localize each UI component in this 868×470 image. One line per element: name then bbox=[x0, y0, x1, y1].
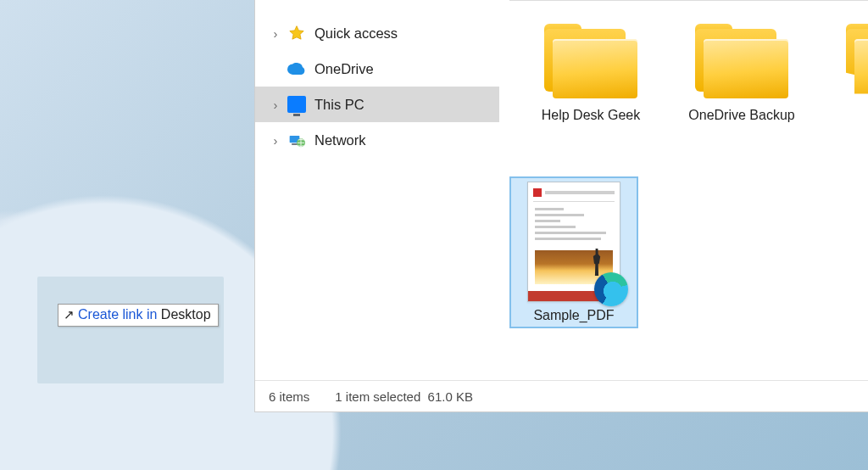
folder-icon bbox=[692, 24, 792, 102]
folder-icon bbox=[541, 24, 641, 102]
nav-network[interactable]: › Network bbox=[255, 122, 499, 158]
svg-rect-2 bbox=[292, 143, 298, 145]
shortcut-arrow-icon: ↗ bbox=[64, 307, 75, 322]
item-label: Help Desk Geek bbox=[520, 107, 662, 123]
edge-icon bbox=[594, 272, 628, 306]
nav-this-pc[interactable]: › This PC bbox=[255, 87, 499, 122]
drag-tip-target: Desktop bbox=[161, 307, 211, 322]
nav-onedrive[interactable]: › OneDrive bbox=[255, 51, 499, 87]
item-label: Sample_PDF bbox=[515, 307, 633, 323]
chevron-right-icon[interactable]: › bbox=[270, 98, 281, 112]
desktop-drop-highlight bbox=[37, 277, 224, 383]
folder-icon bbox=[843, 24, 868, 102]
nav-quick-access[interactable]: › Quick access bbox=[255, 15, 499, 51]
file-explorer-window: › Quick access › OneDrive › This PC › bbox=[254, 0, 868, 412]
drag-tip-action: Create link in bbox=[78, 307, 161, 322]
nav-label: Quick access bbox=[314, 25, 398, 42]
status-size: 61.0 KB bbox=[428, 389, 473, 404]
status-selection: 1 item selected bbox=[335, 389, 420, 404]
status-bar: 6 items 1 item selected 61.0 KB bbox=[255, 380, 868, 411]
cloud-icon bbox=[287, 59, 306, 78]
folder-item[interactable]: Help Desk Geek bbox=[520, 24, 662, 123]
monitor-icon bbox=[287, 95, 306, 114]
file-item-selected[interactable]: Sample_PDF bbox=[511, 178, 637, 327]
chevron-right-icon[interactable]: › bbox=[270, 26, 281, 41]
nav-label: This PC bbox=[314, 97, 364, 113]
folder-item[interactable] bbox=[821, 24, 868, 102]
nav-label: OneDrive bbox=[314, 61, 374, 77]
toolbar-separator bbox=[509, 0, 868, 1]
drag-tooltip: ↗ Create link in Desktop bbox=[58, 304, 219, 327]
item-label: OneDrive Backup bbox=[670, 107, 813, 123]
chevron-right-icon[interactable]: › bbox=[270, 133, 281, 148]
folder-item[interactable]: OneDrive Backup bbox=[670, 24, 813, 123]
star-icon bbox=[287, 24, 306, 42]
network-icon bbox=[287, 131, 306, 149]
nav-label: Network bbox=[314, 132, 366, 148]
status-item-count: 6 items bbox=[269, 389, 309, 404]
file-list-pane[interactable]: Help Desk Geek OneDrive Backup bbox=[499, 8, 868, 379]
navigation-pane: › Quick access › OneDrive › This PC › bbox=[255, 15, 499, 158]
pdf-thumbnail bbox=[527, 182, 620, 302]
